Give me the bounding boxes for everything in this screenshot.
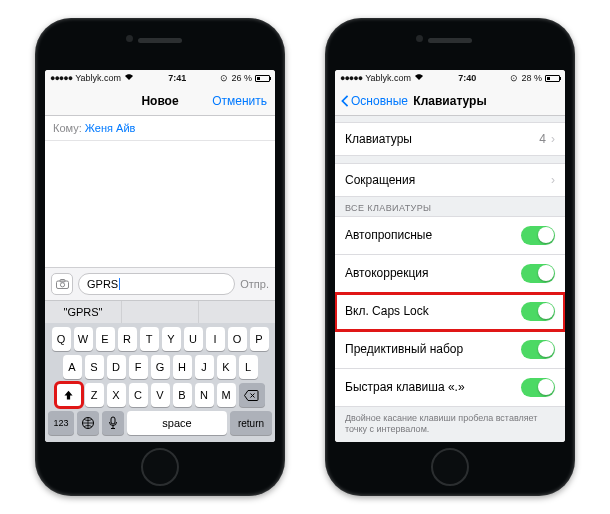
battery-icon — [255, 75, 270, 82]
row-caps-lock-label: Вкл. Caps Lock — [345, 304, 429, 318]
key-g[interactable]: G — [151, 355, 170, 379]
key-c[interactable]: C — [129, 383, 148, 407]
carrier-label: Yablyk.com — [75, 73, 121, 83]
key-r[interactable]: R — [118, 327, 137, 351]
nav-bar: Основные Клавиатуры — [335, 86, 565, 116]
switch-quick-period[interactable] — [521, 378, 555, 397]
page-title: Клавиатуры — [413, 94, 486, 108]
key-o[interactable]: O — [228, 327, 247, 351]
backspace-key[interactable] — [239, 383, 265, 407]
group-header: ВСЕ КЛАВИАТУРЫ — [335, 197, 565, 216]
keyboard: Q W E R T Y U I O P A S D F G H — [45, 323, 275, 442]
switch-caps-lock[interactable] — [521, 302, 555, 321]
globe-key[interactable] — [77, 411, 99, 435]
row-quick-period-label: Быстрая клавиша «.» — [345, 380, 465, 394]
back-label: Основные — [351, 94, 408, 108]
row-shortcuts[interactable]: Сокращения › — [335, 163, 565, 197]
row-shortcuts-label: Сокращения — [345, 173, 415, 187]
cancel-button[interactable]: Отменить — [212, 94, 267, 108]
row-keyboards[interactable]: Клавиатуры 4 › — [335, 122, 565, 156]
key-m[interactable]: M — [217, 383, 236, 407]
chevron-right-icon: › — [551, 132, 555, 146]
key-z[interactable]: Z — [85, 383, 104, 407]
row-caps-lock: Вкл. Caps Lock — [335, 293, 565, 331]
status-bar: ●●●●● Yablyk.com 7:41 ⊙ 26 % — [45, 70, 275, 86]
switch-auto-corr[interactable] — [521, 264, 555, 283]
key-s[interactable]: S — [85, 355, 104, 379]
key-a[interactable]: A — [63, 355, 82, 379]
row-quick-period: Быстрая клавиша «.» — [335, 369, 565, 407]
message-input[interactable]: GPRS — [78, 273, 235, 295]
row-auto-corr-label: Автокоррекция — [345, 266, 429, 280]
shift-key[interactable] — [56, 383, 82, 407]
to-value: Женя Айв — [85, 122, 136, 134]
row-auto-cap: Автопрописные — [335, 216, 565, 255]
row-predictive-label: Предиктивный набор — [345, 342, 463, 356]
home-button[interactable] — [431, 448, 469, 486]
key-e[interactable]: E — [96, 327, 115, 351]
back-button[interactable]: Основные — [340, 94, 408, 108]
mic-key[interactable] — [102, 411, 124, 435]
message-body[interactable] — [45, 141, 275, 267]
home-button[interactable] — [141, 448, 179, 486]
send-button[interactable]: Отпр. — [240, 278, 269, 290]
camera-button[interactable] — [51, 273, 73, 295]
iphone-right: ●●●●● Yablyk.com 7:40 ⊙ 28 % Основные Кл… — [325, 18, 575, 496]
key-p[interactable]: P — [250, 327, 269, 351]
return-key[interactable]: return — [230, 411, 272, 435]
key-q[interactable]: Q — [52, 327, 71, 351]
predictive-bar: "GPRS" — [45, 300, 275, 323]
message-bar: GPRS Отпр. — [45, 267, 275, 300]
clock-label: 7:40 — [424, 73, 510, 83]
row-auto-corr: Автокоррекция — [335, 255, 565, 293]
carrier-label: Yablyk.com — [365, 73, 411, 83]
numbers-key[interactable]: 123 — [48, 411, 74, 435]
row-predictive: Предиктивный набор — [335, 331, 565, 369]
to-field[interactable]: Кому: Женя Айв — [45, 116, 275, 141]
key-l[interactable]: L — [239, 355, 258, 379]
footer-note: Двойное касание клавиши пробела вставляе… — [335, 407, 565, 442]
signal-icon: ●●●●● — [340, 73, 362, 83]
to-label: Кому: — [53, 122, 82, 134]
key-t[interactable]: T — [140, 327, 159, 351]
key-y[interactable]: Y — [162, 327, 181, 351]
predictive-2[interactable] — [122, 301, 199, 323]
svg-point-2 — [60, 283, 64, 287]
signal-icon: ●●●●● — [50, 73, 72, 83]
page-title: Новое — [141, 94, 178, 108]
svg-rect-4 — [111, 417, 115, 424]
key-u[interactable]: U — [184, 327, 203, 351]
alarm-icon: ⊙ — [510, 73, 518, 83]
key-j[interactable]: J — [195, 355, 214, 379]
key-x[interactable]: X — [107, 383, 126, 407]
key-v[interactable]: V — [151, 383, 170, 407]
key-f[interactable]: F — [129, 355, 148, 379]
predictive-3[interactable] — [199, 301, 275, 323]
kbd-row-1: Q W E R T Y U I O P — [48, 327, 272, 351]
nav-bar: Новое Отменить — [45, 86, 275, 116]
key-b[interactable]: B — [173, 383, 192, 407]
row-keyboards-value: 4 — [539, 132, 546, 146]
wifi-icon — [124, 73, 134, 83]
key-n[interactable]: N — [195, 383, 214, 407]
settings-list: Клавиатуры 4 › Сокращения › ВСЕ КЛАВИАТУ… — [335, 116, 565, 442]
key-i[interactable]: I — [206, 327, 225, 351]
screen-compose: ●●●●● Yablyk.com 7:41 ⊙ 26 % Новое Отмен… — [45, 70, 275, 442]
chevron-left-icon — [340, 95, 350, 107]
switch-predictive[interactable] — [521, 340, 555, 359]
space-key[interactable]: space — [127, 411, 227, 435]
battery-pct: 28 % — [521, 73, 542, 83]
wifi-icon — [414, 73, 424, 83]
kbd-row-4: 123 space return — [48, 411, 272, 435]
key-d[interactable]: D — [107, 355, 126, 379]
key-k[interactable]: K — [217, 355, 236, 379]
kbd-row-3: Z X C V B N M — [48, 383, 272, 407]
key-h[interactable]: H — [173, 355, 192, 379]
battery-icon — [545, 75, 560, 82]
switch-auto-cap[interactable] — [521, 226, 555, 245]
row-auto-cap-label: Автопрописные — [345, 228, 432, 242]
kbd-row-2: A S D F G H J K L — [48, 355, 272, 379]
predictive-1[interactable]: "GPRS" — [45, 301, 122, 323]
alarm-icon: ⊙ — [220, 73, 228, 83]
key-w[interactable]: W — [74, 327, 93, 351]
